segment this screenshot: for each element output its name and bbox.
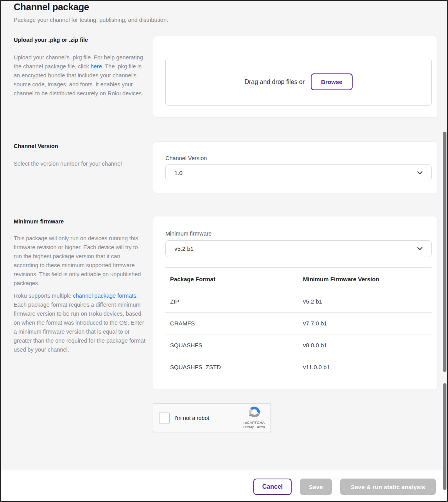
package-format-cell: ZIP [165, 298, 303, 305]
table-row: SQUASHFS v8.0.0 b1 [165, 334, 432, 356]
channel-version-select[interactable]: 1.0 [165, 164, 432, 181]
cancel-button[interactable]: Cancel [253, 479, 292, 495]
table-row: ZIP v5.2 b1 [165, 290, 432, 312]
upload-section-heading: Upload your .pkg or .zip file [14, 37, 88, 43]
recaptcha-logo-block: reCAPTCHA Privacy - Terms [241, 406, 267, 429]
recaptcha-privacy-terms-links[interactable]: Privacy - Terms [241, 425, 267, 429]
section-divider [13, 130, 438, 130]
save-run-static-analysis-button[interactable]: Save & run static analysis [340, 479, 436, 495]
firmware-section-description-2: Roku supports multiple channel package f… [14, 291, 146, 354]
vertical-scrollbar-thumb[interactable] [443, 132, 446, 372]
package-format-cell: SQUASHFS [165, 342, 303, 348]
channel-package-formats-link[interactable]: channel package formats [73, 293, 136, 299]
footer-action-bar: Cancel Save Save & run static analysis [1, 470, 447, 502]
firmware-section-heading: Minimum firmware [14, 218, 64, 225]
page-title: Channel package [14, 2, 89, 13]
recaptcha-widget: I'm not a robot reCAPTCHA Privacy - Term… [153, 403, 271, 432]
channel-version-field-label: Channel Version [165, 155, 207, 161]
dropzone-label: Drag and drop files or [244, 79, 305, 86]
firmware-description-text: Roku supports multiple [14, 293, 73, 299]
file-dropzone[interactable]: Drag and drop files or Browse [165, 58, 432, 106]
chevron-down-icon [417, 247, 423, 250]
recaptcha-label: I'm not a robot [174, 415, 209, 421]
upload-card: Drag and drop files or Browse [153, 36, 438, 118]
table-header-min-firmware-version: Minimum Firmware Version [303, 276, 432, 282]
version-section-description: Select the version number for your chann… [14, 159, 146, 168]
firmware-version-cell: v11.0.0 b1 [303, 364, 432, 370]
firmware-section-description-1: This package will only run on devices ru… [14, 234, 146, 288]
firmware-card: Minimum firmware v5.2 b1 Package Format … [153, 216, 438, 390]
firmware-version-cell: v7.7.0 b1 [303, 320, 432, 327]
minimum-firmware-value: v5.2 b1 [174, 245, 417, 252]
version-card: Channel Version 1.0 [153, 141, 438, 193]
firmware-version-cell: v8.0.0 b1 [303, 342, 432, 348]
version-section-heading: Channel Version [14, 143, 58, 149]
package-format-cell: CRAMFS [165, 320, 303, 327]
package-format-table: Package Format Minimum Firmware Version … [165, 268, 432, 378]
browse-button[interactable]: Browse [311, 73, 352, 90]
recaptcha-checkbox[interactable] [159, 413, 170, 423]
recaptcha-brand-text: reCAPTCHA [241, 420, 267, 425]
minimum-firmware-select[interactable]: v5.2 b1 [165, 240, 432, 257]
table-header-row: Package Format Minimum Firmware Version [165, 268, 432, 290]
table-row: CRAMFS v7.7.0 b1 [165, 312, 432, 334]
minimum-firmware-field-label: Minimum firmware [165, 230, 211, 237]
firmware-version-cell: v5.2 b1 [303, 298, 432, 305]
package-format-cell: SQUASHFS_ZSTD [165, 364, 303, 370]
chevron-down-icon [417, 171, 423, 175]
firmware-description-text-2: . Each package format requires a differe… [14, 293, 145, 353]
recaptcha-logo-icon [248, 406, 260, 418]
channel-package-page: Channel package Package your channel for… [0, 0, 448, 502]
table-header-package-format: Package Format [165, 276, 303, 282]
channel-version-value: 1.0 [174, 170, 417, 176]
vertical-scrollbar-thumb[interactable] [443, 383, 446, 490]
page-subtitle: Package your channel for testing, publis… [14, 17, 168, 23]
save-button[interactable]: Save [300, 479, 332, 495]
table-row: SQUASHFS_ZSTD v11.0.0 b1 [165, 356, 432, 378]
section-divider [13, 204, 438, 204]
help-here-link[interactable]: here [91, 63, 102, 70]
upload-section-description: Upload your channel's .pkg file. For hel… [14, 53, 146, 98]
